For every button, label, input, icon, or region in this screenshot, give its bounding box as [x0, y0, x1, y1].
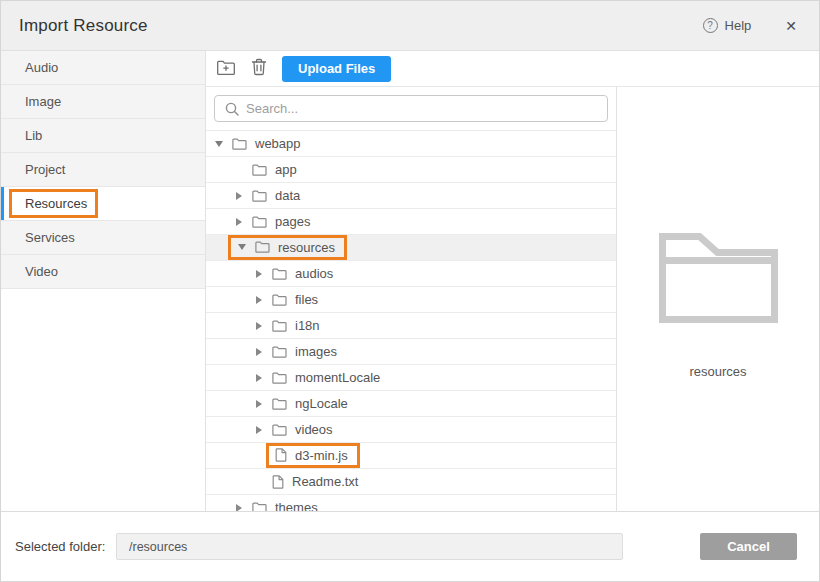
- sidebar-item-label: Project: [25, 162, 65, 177]
- sidebar-item-label: Resources: [9, 189, 98, 218]
- sidebar-item-services[interactable]: Services: [1, 221, 205, 255]
- tree-row-images[interactable]: images: [206, 339, 616, 365]
- tree-item-label: audios: [295, 266, 333, 281]
- help-label: Help: [725, 18, 752, 33]
- tree-item-label: d3-min.js: [295, 448, 348, 463]
- expand-arrow-icon[interactable]: [237, 244, 247, 250]
- expand-arrow-icon[interactable]: [234, 192, 244, 200]
- sidebar-item-resources[interactable]: Resources: [1, 187, 205, 221]
- tree-item-label: webapp: [255, 136, 301, 151]
- selected-folder-label: Selected folder:: [15, 539, 116, 554]
- large-folder-icon: [659, 233, 778, 327]
- folder-icon: [252, 216, 267, 228]
- folder-icon: [252, 190, 267, 202]
- expand-arrow-icon[interactable]: [254, 322, 264, 330]
- dialog-footer: Selected folder: Cancel: [1, 511, 819, 581]
- folder-icon: [272, 268, 287, 280]
- expand-arrow-icon[interactable]: [254, 348, 264, 356]
- dialog-body: Audio Image Lib Project Resources Servic…: [1, 51, 819, 511]
- tree-row-content: data: [234, 183, 300, 209]
- preview-folder-name: resources: [689, 364, 746, 379]
- tree-row-content: app: [252, 157, 297, 183]
- tree-row-webapp[interactable]: webapp: [206, 131, 616, 157]
- tree-row-content: pages: [234, 209, 310, 235]
- tree-row-data[interactable]: data: [206, 183, 616, 209]
- tree-item-label: resources: [278, 240, 335, 255]
- dialog-title: Import Resource: [19, 16, 697, 36]
- tree-row-content: audios: [254, 261, 333, 287]
- expand-arrow-icon[interactable]: [214, 141, 224, 147]
- folder-icon: [252, 164, 267, 176]
- tree-row-content: ngLocale: [254, 391, 348, 417]
- main-area: Upload Files webapp: [206, 51, 819, 511]
- sidebar-item-project[interactable]: Project: [1, 153, 205, 187]
- sidebar-item-video[interactable]: Video: [1, 255, 205, 289]
- search-bar: [206, 87, 616, 131]
- sidebar-item-label: Services: [25, 230, 75, 245]
- sidebar-item-label: Image: [25, 94, 61, 109]
- expand-arrow-icon[interactable]: [254, 296, 264, 304]
- sidebar-item-label: Video: [25, 264, 58, 279]
- folder-icon: [272, 320, 287, 332]
- tree-row-audios[interactable]: audios: [206, 261, 616, 287]
- tree-item-label: images: [295, 344, 337, 359]
- tree-item-label: ngLocale: [295, 396, 348, 411]
- tree-item-label: files: [295, 292, 318, 307]
- trash-icon: [251, 58, 267, 79]
- file-icon: [275, 448, 287, 462]
- tree-row-content: files: [254, 287, 318, 313]
- delete-button[interactable]: [250, 57, 268, 80]
- search-input[interactable]: [214, 95, 608, 122]
- upload-files-button[interactable]: Upload Files: [282, 56, 391, 82]
- tree-row-content: themes: [234, 495, 318, 512]
- tree-item-label: pages: [275, 214, 310, 229]
- file-tree: webapp app data pages resources aud: [206, 131, 616, 511]
- tree-row-resources[interactable]: resources: [206, 235, 616, 261]
- tree-row-content: d3-min.js: [266, 443, 360, 468]
- tree-row-pages[interactable]: pages: [206, 209, 616, 235]
- close-icon[interactable]: ✕: [781, 16, 801, 36]
- tree-row-content: momentLocale: [254, 365, 380, 391]
- tree-row-content: i18n: [254, 313, 320, 339]
- tree-item-label: videos: [295, 422, 333, 437]
- folder-icon: [255, 241, 270, 253]
- tree-row-content: images: [254, 339, 337, 365]
- sidebar-item-label: Lib: [25, 128, 42, 143]
- new-folder-icon: [216, 59, 236, 79]
- tree-item-label: momentLocale: [295, 370, 380, 385]
- tree-row-themes[interactable]: themes: [206, 495, 616, 511]
- expand-arrow-icon[interactable]: [254, 270, 264, 278]
- sidebar-item-lib[interactable]: Lib: [1, 119, 205, 153]
- sidebar-item-audio[interactable]: Audio: [1, 51, 205, 85]
- tree-row-readme.txt[interactable]: Readme.txt: [206, 469, 616, 495]
- selected-folder-path-input[interactable]: [116, 533, 623, 560]
- folder-icon: [272, 398, 287, 410]
- sidebar-item-image[interactable]: Image: [1, 85, 205, 119]
- tree-row-d3-min.js[interactable]: d3-min.js: [206, 443, 616, 469]
- new-folder-button[interactable]: [215, 58, 237, 80]
- file-icon: [272, 475, 284, 489]
- tree-row-content: webapp: [214, 131, 301, 157]
- folder-icon: [272, 294, 287, 306]
- help-button[interactable]: ? Help: [697, 17, 758, 34]
- import-resource-dialog: Import Resource ? Help ✕ Audio Image Lib…: [0, 0, 820, 582]
- folder-icon: [272, 424, 287, 436]
- toolbar: Upload Files: [206, 51, 819, 87]
- tree-row-app[interactable]: app: [206, 157, 616, 183]
- folder-icon: [232, 138, 247, 150]
- expand-arrow-icon[interactable]: [234, 504, 244, 512]
- tree-row-nglocale[interactable]: ngLocale: [206, 391, 616, 417]
- expand-arrow-icon[interactable]: [254, 400, 264, 408]
- tree-row-i18n[interactable]: i18n: [206, 313, 616, 339]
- tree-item-label: themes: [275, 500, 318, 511]
- cancel-button[interactable]: Cancel: [700, 533, 797, 560]
- tree-item-label: app: [275, 162, 297, 177]
- expand-arrow-icon[interactable]: [234, 218, 244, 226]
- tree-row-files[interactable]: files: [206, 287, 616, 313]
- expand-arrow-icon[interactable]: [254, 374, 264, 382]
- content-area: webapp app data pages resources aud: [206, 87, 819, 511]
- expand-arrow-icon[interactable]: [254, 426, 264, 434]
- preview-panel: resources: [617, 87, 819, 511]
- tree-row-videos[interactable]: videos: [206, 417, 616, 443]
- tree-row-momentlocale[interactable]: momentLocale: [206, 365, 616, 391]
